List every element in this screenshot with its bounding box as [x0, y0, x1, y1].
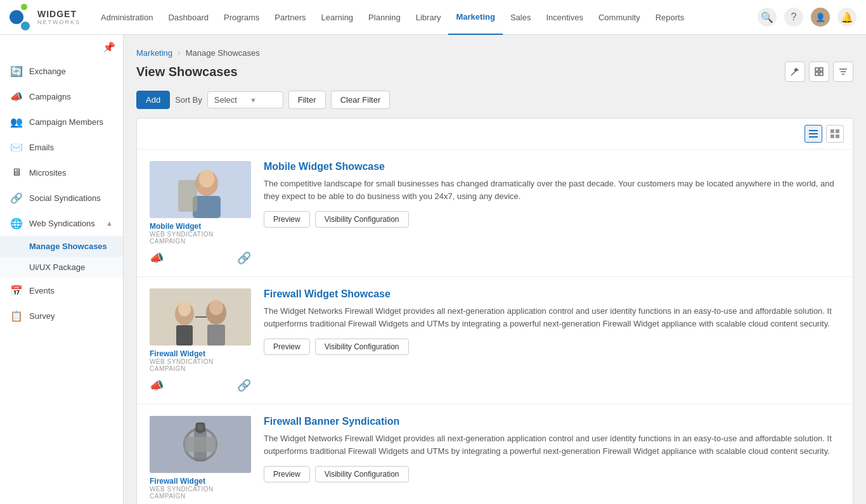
page-header: View Showcases	[136, 61, 853, 82]
list-view-button[interactable]	[805, 125, 822, 143]
chevron-down-icon: ▼	[250, 96, 257, 104]
events-icon: 📅	[10, 284, 23, 297]
toolbar: Add Sort By Select ▼ Filter Clear Filter	[136, 91, 853, 109]
survey-icon: 📋	[10, 309, 23, 322]
notifications-icon[interactable]: 🔔	[837, 8, 856, 27]
showcase-description: The Widget Networks Firewall Widget prov…	[264, 432, 840, 457]
fullscreen-icon[interactable]	[809, 61, 829, 82]
nav-right-actions: 🔍 ? 👤 🔔	[758, 8, 856, 27]
sidebar: 📌 🔄 Exchange 📣 Campaigns 👥 Campaign Memb…	[0, 35, 124, 504]
sort-select[interactable]: Select ▼	[207, 91, 283, 108]
sidebar-item-social-syndications[interactable]: 🔗 Social Syndications	[0, 185, 123, 210]
nav-reports[interactable]: Reports	[648, 0, 692, 35]
nav-sales[interactable]: Sales	[503, 0, 539, 35]
visibility-configuration-button[interactable]: Visibility Configuration	[315, 211, 409, 228]
nav-partners[interactable]: Partners	[267, 0, 313, 35]
showcase-item: Firewall Widget WEB SYNDICATION CAMPAIGN…	[137, 404, 853, 504]
breadcrumb-marketing[interactable]: Marketing	[136, 48, 172, 58]
nav-marketing[interactable]: Marketing	[448, 0, 502, 35]
showcase-card-type: WEB SYNDICATION CAMPAIGN	[150, 231, 251, 245]
showcase-card-label: Mobile Widget	[150, 222, 251, 231]
svg-rect-13	[836, 134, 839, 138]
grid-view-button[interactable]	[826, 125, 844, 143]
svg-rect-2	[815, 72, 818, 75]
nav-links: Administration Dashboard Programs Partne…	[93, 0, 758, 35]
page-header-actions	[785, 61, 853, 82]
filter-settings-icon[interactable]	[833, 61, 853, 82]
svg-rect-0	[815, 68, 818, 71]
sidebar-item-label: Exchange	[29, 67, 66, 76]
nav-learning[interactable]: Learning	[314, 0, 361, 35]
svg-rect-1	[820, 68, 823, 71]
main-content: Marketing › Manage Showcases View Showca…	[124, 35, 866, 504]
svg-rect-9	[809, 136, 818, 138]
showcase-card-label: Firewall Widget	[150, 349, 251, 358]
search-icon[interactable]: 🔍	[758, 8, 777, 27]
svg-point-24	[209, 300, 223, 315]
showcase-card-icons: 📣 🔗	[150, 378, 251, 392]
showcase-title[interactable]: Mobile Widget Showcase	[264, 161, 840, 172]
svg-rect-3	[820, 72, 823, 75]
sidebar-item-ui-ux-package[interactable]: Ui/UX Package	[0, 257, 123, 278]
showcase-actions: Preview Visibility Configuration	[264, 211, 840, 228]
logo-text: WIDGET	[37, 9, 81, 19]
sidebar-item-survey[interactable]: 📋 Survey	[0, 303, 123, 328]
clear-filter-button[interactable]: Clear Filter	[331, 91, 391, 109]
sidebar-item-events[interactable]: 📅 Events	[0, 278, 123, 303]
svg-rect-7	[809, 130, 818, 131]
preview-button[interactable]: Preview	[264, 339, 310, 355]
svg-rect-22	[176, 325, 193, 346]
nav-dashboard[interactable]: Dashboard	[160, 0, 216, 35]
add-button[interactable]: Add	[136, 91, 170, 109]
sidebar-item-label: Emails	[29, 143, 54, 152]
sidebar-item-microsites[interactable]: 🖥 Microsites	[0, 160, 123, 185]
showcase-title[interactable]: Firewall Widget Showcase	[264, 288, 840, 300]
sidebar-collapse[interactable]: 📌	[0, 41, 123, 58]
nav-incentives[interactable]: Incentives	[538, 0, 591, 35]
sidebar-item-web-syndications[interactable]: 🌐 Web Syndications ▲	[0, 210, 123, 236]
preview-button[interactable]: Preview	[264, 466, 310, 482]
sidebar-item-exchange[interactable]: 🔄 Exchange	[0, 58, 123, 84]
nav-administration[interactable]: Administration	[93, 0, 160, 35]
breadcrumb: Marketing › Manage Showcases	[136, 48, 853, 58]
pin-icon: 📌	[103, 41, 115, 53]
megaphone-icon: 📣	[150, 251, 164, 265]
help-icon[interactable]: ?	[784, 8, 803, 27]
web-syndications-icon: 🌐	[10, 217, 23, 229]
showcase-image	[150, 161, 251, 218]
visibility-configuration-button[interactable]: Visibility Configuration	[315, 339, 409, 355]
showcase-item: Firewall Widget WEB SYNDICATION CAMPAIGN…	[137, 277, 853, 404]
svg-rect-8	[809, 133, 818, 134]
sidebar-item-manage-showcases[interactable]: Manage Showcases	[0, 236, 123, 257]
showcase-description: The competitive landscape for small busi…	[264, 178, 840, 202]
link-icon: 🔗	[237, 251, 251, 265]
showcase-info: Firewall Widget Showcase The Widget Netw…	[264, 288, 840, 392]
showcase-title[interactable]: Firewall Banner Syndication	[264, 416, 840, 427]
exchange-icon: 🔄	[10, 65, 23, 77]
top-navigation: WIDGET NETWORKS Administration Dashboard…	[0, 0, 866, 35]
showcase-actions: Preview Visibility Configuration	[264, 339, 840, 355]
svg-rect-30	[184, 437, 216, 452]
showcase-info: Firewall Banner Syndication The Widget N…	[264, 416, 840, 504]
avatar[interactable]: 👤	[811, 8, 830, 27]
sidebar-item-emails[interactable]: ✉️ Emails	[0, 134, 123, 160]
nav-programs[interactable]: Programs	[216, 0, 267, 35]
nav-planning[interactable]: Planning	[361, 0, 408, 35]
svg-rect-18	[178, 180, 197, 212]
logo[interactable]: WIDGET NETWORKS	[10, 4, 81, 30]
breadcrumb-current: Manage Showcases	[186, 48, 260, 58]
filter-button[interactable]: Filter	[288, 91, 326, 109]
app-body: 📌 🔄 Exchange 📣 Campaigns 👥 Campaign Memb…	[0, 35, 866, 504]
sidebar-item-label: Events	[29, 286, 55, 295]
showcase-item: Mobile Widget WEB SYNDICATION CAMPAIGN 📣…	[137, 150, 853, 277]
nav-library[interactable]: Library	[408, 0, 449, 35]
showcase-card: Mobile Widget WEB SYNDICATION CAMPAIGN 📣…	[150, 161, 251, 265]
sidebar-item-campaigns[interactable]: 📣 Campaigns	[0, 84, 123, 109]
preview-button[interactable]: Preview	[264, 211, 310, 228]
sidebar-item-campaign-members[interactable]: 👥 Campaign Members	[0, 109, 123, 134]
showcase-card-type: WEB SYNDICATION CAMPAIGN	[150, 358, 251, 372]
nav-community[interactable]: Community	[591, 0, 648, 35]
pin-page-icon[interactable]	[785, 61, 805, 82]
visibility-configuration-button[interactable]: Visibility Configuration	[315, 466, 409, 482]
sidebar-item-label: Campaigns	[29, 92, 71, 101]
